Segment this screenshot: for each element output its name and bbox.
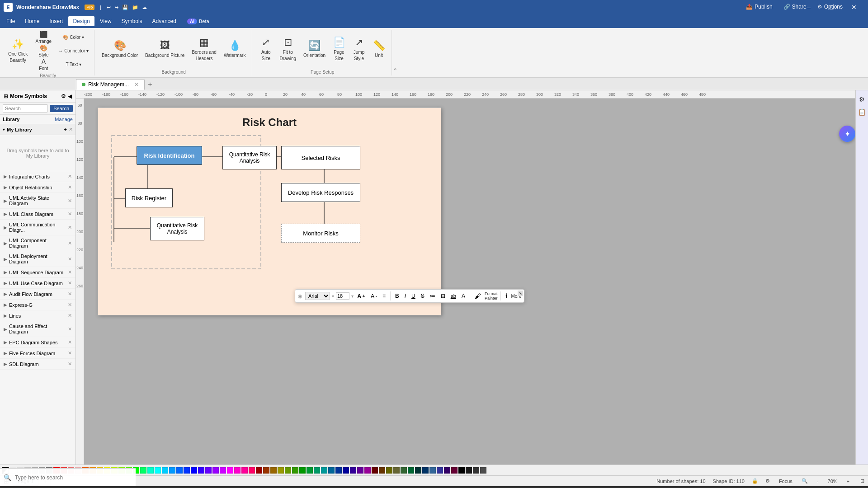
color-swatch[interactable] [444,467,450,474]
focus-btn[interactable]: Focus [777,479,794,484]
taskbar-search-box[interactable]: 🔍 [0,468,136,486]
search-button[interactable]: Search [50,105,73,112]
my-library-header[interactable]: ▾ My Library + ✕ [0,124,75,135]
italic-button[interactable]: I [403,292,408,300]
sidebar-item-infographic[interactable]: ▶ Infographic Charts ✕ [0,171,75,182]
sidebar-item-audit[interactable]: ▶ Audit Flow Diagram ✕ [0,289,75,300]
font-size-input[interactable] [336,292,349,300]
menu-view[interactable]: View [95,16,116,26]
sidebar-item-uml-deploy[interactable]: ▶ UML Deployment Diagram ✕ [0,251,75,267]
sidebar-item-uml-class[interactable]: ▶ UML Class Diagram ✕ [0,209,75,220]
color-swatch[interactable] [184,467,190,474]
connector-btn[interactable]: ↔ Connector ▾ [57,44,90,57]
tab-close[interactable]: ✕ [134,81,139,88]
color-swatch[interactable] [249,467,255,474]
monitor-risks-shape[interactable]: Monitor Risks [281,224,360,243]
watermark-button[interactable]: 💧 Watermark [221,35,249,62]
manage-button[interactable]: Manage [55,117,73,122]
close-icon[interactable]: ✕ [68,240,72,246]
right-panel-btn2[interactable]: 📋 [857,107,868,117]
color-swatch[interactable] [379,467,385,474]
sidebar-item-uml-usecase[interactable]: ▶ UML Use Case Diagram ✕ [0,278,75,289]
undo-btn[interactable]: ↩ [107,5,111,10]
color-swatch[interactable] [314,467,320,474]
close-icon[interactable]: ✕ [68,313,72,319]
color-swatch[interactable] [364,467,371,474]
text-btn[interactable]: T Text ▾ [57,58,90,70]
folder-btn[interactable]: 📁 [132,5,138,10]
ab-btn[interactable]: ab [449,292,458,300]
sidebar-settings-icon[interactable]: ⚙ [61,93,66,99]
color-swatch[interactable] [466,467,472,474]
color-swatch[interactable] [480,467,486,474]
close-icon[interactable]: ✕ [68,256,72,262]
save-btn[interactable]: 💾 [122,5,128,10]
sidebar-item-sdl[interactable]: ▶ SDL Diagram ✕ [0,359,75,370]
close-icon[interactable]: ✕ [68,350,72,356]
color-swatch[interactable] [451,467,458,474]
unit-button[interactable]: 📏 Unit [370,35,388,62]
color-blue[interactable] [191,467,197,474]
color-swatch[interactable] [140,467,146,474]
close-icon[interactable]: ✕ [68,280,72,286]
right-panel-btn1[interactable]: ⚙ [857,94,868,105]
color-swatch[interactable] [241,467,248,474]
sidebar-item-uml-seq[interactable]: ▶ UML Sequence Diagram ✕ [0,267,75,278]
color-swatch[interactable] [162,467,168,474]
color-swatch[interactable] [285,467,291,474]
search-input[interactable] [3,104,48,113]
color-swatch[interactable] [393,467,400,474]
color-swatch[interactable] [422,467,429,474]
sidebar-item-express-g[interactable]: ▶ Express-G ✕ [0,300,75,310]
new-tab-button[interactable]: + [145,79,156,90]
color-black[interactable] [458,467,465,474]
color-swatch[interactable] [147,467,154,474]
menu-symbols[interactable]: Symbols [117,16,147,26]
one-click-beautify-button[interactable]: ✨ One Click Beautify [5,37,30,64]
font-color-btn[interactable]: A [460,292,467,300]
sidebar-item-uml-comm[interactable]: ▶ UML Communication Diagr... ✕ [0,220,75,235]
close-icon[interactable]: ✕ [68,339,72,345]
color-swatch[interactable] [437,467,443,474]
cloud-btn[interactable]: ☁ [142,5,147,10]
color-swatch[interactable] [198,467,204,474]
increase-font-btn[interactable]: A+ [355,292,367,300]
risk-register-shape[interactable]: Risk Register [125,188,173,207]
color-swatch[interactable] [205,467,212,474]
color-swatch[interactable] [292,467,298,474]
menu-design[interactable]: Design [68,16,94,26]
diagram-page[interactable]: Risk Chart [98,108,441,315]
options-button[interactable]: ⚙ Options [814,3,846,11]
font-select[interactable]: Arial [305,292,330,300]
color-swatch[interactable] [372,467,378,474]
sidebar-item-uml-component[interactable]: ▶ UML Component Diagram ✕ [0,235,75,251]
color-swatch[interactable] [408,467,414,474]
close-icon[interactable]: ✕ [68,302,72,308]
color-swatch[interactable] [415,467,421,474]
close-icon[interactable]: ✕ [68,269,72,275]
zoom-in-btn[interactable]: + [845,479,851,484]
font-dropdown[interactable]: ▾ [332,294,334,299]
color-swatch[interactable] [357,467,363,474]
strikethrough-button[interactable]: S [419,292,426,300]
publish-button[interactable]: 📤 Publish [742,3,776,11]
style-button[interactable]: 🎨Style [32,44,55,57]
background-picture-button[interactable]: 🖼 Background Picture [142,35,187,62]
color-swatch[interactable] [212,467,219,474]
jump-style-button[interactable]: ↗ Jump Style [350,35,368,62]
color-swatch[interactable] [234,467,241,474]
menu-insert[interactable]: Insert [45,16,67,26]
ai-assistant-icon[interactable]: ✦ [844,130,850,138]
close-icon[interactable]: ✕ [68,291,72,297]
close-icon[interactable]: ✕ [68,326,72,332]
color-swatch[interactable] [473,467,479,474]
background-color-button[interactable]: 🎨 Background Color [99,35,141,62]
color-swatch[interactable] [270,467,277,474]
sidebar-item-five-forces[interactable]: ▶ Five Forces Diagram ✕ [0,348,75,359]
canvas[interactable]: Risk Chart [84,99,855,465]
color-swatch[interactable] [256,467,262,474]
color-swatch[interactable] [335,467,342,474]
color-swatch[interactable] [307,467,313,474]
bullet-list-btn[interactable]: ≔ [428,292,437,300]
menu-home[interactable]: Home [20,16,44,26]
